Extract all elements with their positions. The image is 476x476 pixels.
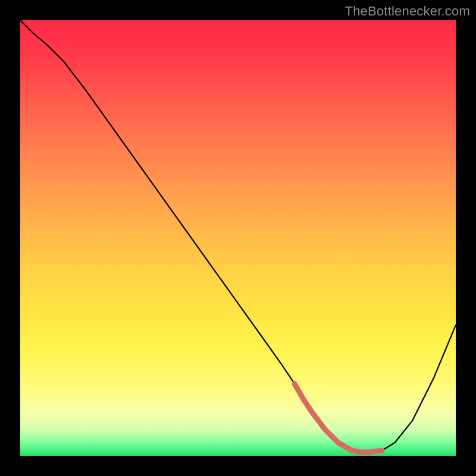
bottleneck-highlight-segment: [295, 384, 381, 452]
chart-plot-area: [20, 20, 456, 456]
bottleneck-curve: [20, 20, 456, 452]
chart-svg: [20, 20, 456, 456]
watermark-text: TheBottlenecker.com: [345, 4, 470, 19]
